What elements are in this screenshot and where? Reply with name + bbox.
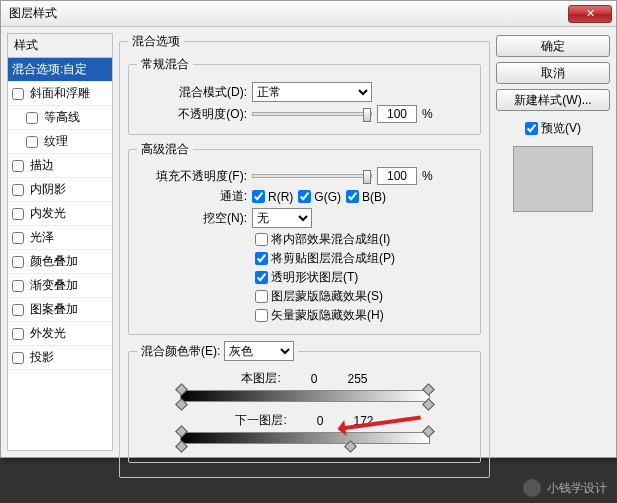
style-item-6[interactable]: 内发光	[8, 202, 112, 226]
adv-check-2[interactable]: 透明形状图层(T)	[255, 269, 472, 286]
blend-options-group: 混合选项 常规混合 混合模式(D): 正常 不透明度(O): 100 %	[119, 33, 490, 478]
close-button[interactable]: ✕	[568, 5, 612, 23]
cancel-button[interactable]: 取消	[496, 62, 610, 84]
opacity-slider[interactable]	[252, 112, 372, 116]
channel-r[interactable]: R(R)	[252, 190, 293, 204]
this-layer-gradient[interactable]	[180, 390, 430, 402]
style-item-label: 颜色叠加	[30, 253, 78, 270]
watermark-icon	[523, 479, 541, 497]
under-layer-low: 0	[317, 414, 324, 428]
under-layer-gradient[interactable]	[180, 432, 430, 444]
style-item-label: 外发光	[30, 325, 66, 342]
style-item-check[interactable]	[12, 280, 24, 292]
style-item-label: 混合选项:自定	[12, 61, 87, 78]
style-item-check[interactable]	[26, 136, 38, 148]
blend-if-group: 混合颜色带(E): 灰色 本图层: 0 255	[128, 341, 481, 463]
layer-style-dialog: 图层样式 ✕ 样式 混合选项:自定斜面和浮雕等高线纹理描边内阴影内发光光泽颜色叠…	[0, 0, 617, 458]
adv-check-3[interactable]: 图层蒙版隐藏效果(S)	[255, 288, 472, 305]
channel-b[interactable]: B(B)	[346, 190, 386, 204]
blend-mode-select[interactable]: 正常	[252, 82, 372, 102]
style-item-label: 图案叠加	[30, 301, 78, 318]
ok-button[interactable]: 确定	[496, 35, 610, 57]
this-layer-low: 0	[311, 372, 318, 386]
fill-opacity-slider[interactable]	[252, 174, 372, 178]
style-item-check[interactable]	[12, 232, 24, 244]
style-item-10[interactable]: 图案叠加	[8, 298, 112, 322]
channel-g[interactable]: G(G)	[298, 190, 341, 204]
style-item-label: 投影	[30, 349, 54, 366]
style-item-0[interactable]: 混合选项:自定	[8, 58, 112, 82]
adv-check-1[interactable]: 将剪贴图层混合成组(P)	[255, 250, 472, 267]
fill-opacity-label: 填充不透明度(F):	[137, 168, 247, 185]
style-item-label: 纹理	[44, 133, 68, 150]
this-layer-label: 本图层:	[241, 370, 280, 387]
fill-opacity-value[interactable]: 100	[377, 167, 417, 185]
style-item-check[interactable]	[12, 256, 24, 268]
dialog-title: 图层样式	[9, 5, 57, 22]
knockout-select[interactable]: 无	[252, 208, 312, 228]
style-item-check[interactable]	[12, 208, 24, 220]
style-item-3[interactable]: 纹理	[8, 130, 112, 154]
style-item-9[interactable]: 渐变叠加	[8, 274, 112, 298]
this-layer-high: 255	[348, 372, 368, 386]
style-item-check[interactable]	[12, 304, 24, 316]
style-item-4[interactable]: 描边	[8, 154, 112, 178]
style-item-8[interactable]: 颜色叠加	[8, 250, 112, 274]
style-item-label: 渐变叠加	[30, 277, 78, 294]
advanced-blend-legend: 高级混合	[137, 141, 193, 158]
blend-mode-label: 混合模式(D):	[137, 84, 247, 101]
style-item-label: 光泽	[30, 229, 54, 246]
advanced-blend-group: 高级混合 填充不透明度(F): 100 % 通道: R(R) G(G) B(B)	[128, 141, 481, 335]
blend-if-select[interactable]: 灰色	[224, 341, 294, 361]
pct-label-2: %	[422, 169, 433, 183]
general-blend-group: 常规混合 混合模式(D): 正常 不透明度(O): 100 %	[128, 56, 481, 135]
opacity-label: 不透明度(O):	[137, 106, 247, 123]
general-blend-legend: 常规混合	[137, 56, 193, 73]
channels-label: 通道:	[137, 188, 247, 205]
style-list: 混合选项:自定斜面和浮雕等高线纹理描边内阴影内发光光泽颜色叠加渐变叠加图案叠加外…	[7, 57, 113, 451]
adv-check-0[interactable]: 将内部效果混合成组(I)	[255, 231, 472, 248]
preview-checkbox[interactable]: 预览(V)	[496, 120, 610, 137]
style-item-check[interactable]	[12, 88, 24, 100]
pct-label: %	[422, 107, 433, 121]
style-item-label: 斜面和浮雕	[30, 85, 90, 102]
style-item-label: 内发光	[30, 205, 66, 222]
style-item-check[interactable]	[26, 112, 38, 124]
style-item-check[interactable]	[12, 160, 24, 172]
style-item-12[interactable]: 投影	[8, 346, 112, 370]
blend-options-legend: 混合选项	[128, 33, 184, 50]
style-item-1[interactable]: 斜面和浮雕	[8, 82, 112, 106]
style-item-check[interactable]	[12, 352, 24, 364]
style-item-2[interactable]: 等高线	[8, 106, 112, 130]
knockout-label: 挖空(N):	[137, 210, 247, 227]
style-item-5[interactable]: 内阴影	[8, 178, 112, 202]
style-item-label: 内阴影	[30, 181, 66, 198]
style-item-check[interactable]	[12, 328, 24, 340]
titlebar[interactable]: 图层样式 ✕	[1, 1, 616, 27]
styles-header: 样式	[7, 33, 113, 57]
style-item-11[interactable]: 外发光	[8, 322, 112, 346]
style-item-label: 等高线	[44, 109, 80, 126]
opacity-value[interactable]: 100	[377, 105, 417, 123]
style-item-label: 描边	[30, 157, 54, 174]
close-icon: ✕	[586, 7, 595, 20]
watermark: 小钱学设计	[523, 479, 607, 497]
new-style-button[interactable]: 新建样式(W)...	[496, 89, 610, 111]
style-item-7[interactable]: 光泽	[8, 226, 112, 250]
style-item-check[interactable]	[12, 184, 24, 196]
under-layer-label: 下一图层:	[235, 412, 286, 429]
preview-swatch	[513, 146, 593, 212]
adv-check-4[interactable]: 矢量蒙版隐藏效果(H)	[255, 307, 472, 324]
blend-if-legend: 混合颜色带(E):	[141, 344, 220, 358]
